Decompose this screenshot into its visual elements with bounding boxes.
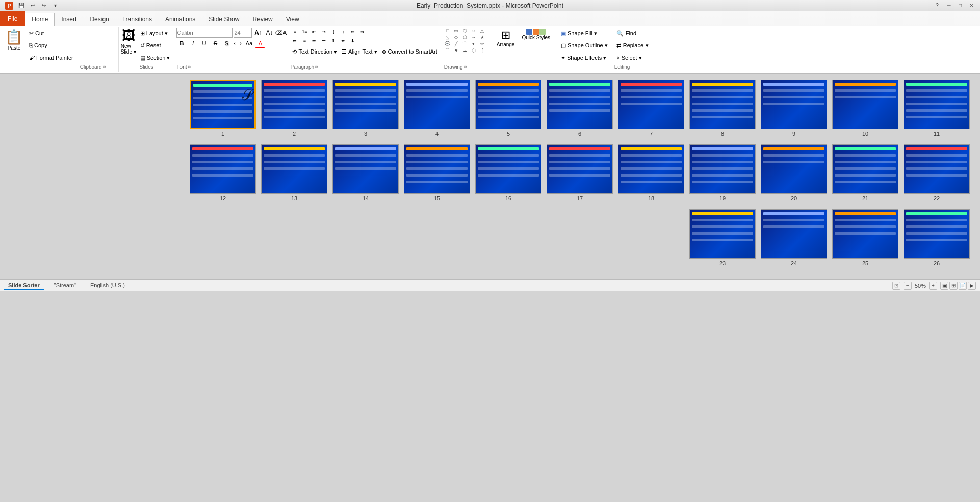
help-btn[interactable]: ? <box>932 1 942 11</box>
close-btn[interactable]: ✕ <box>967 2 976 10</box>
font-name-input[interactable] <box>176 28 233 38</box>
align-text-button[interactable]: ☰ Align Text ▾ <box>340 46 379 57</box>
slide-thumb-13[interactable] <box>261 144 327 194</box>
font-size-input[interactable] <box>234 28 252 38</box>
bold-button[interactable]: B <box>176 39 187 48</box>
underline-button[interactable]: U <box>199 39 209 48</box>
slide-thumb-17[interactable] <box>547 144 613 194</box>
slide-thumb-4[interactable] <box>404 80 470 129</box>
slide-thumb-8[interactable] <box>689 80 756 129</box>
slide-thumb-3[interactable] <box>332 80 399 129</box>
select-button[interactable]: ⌖ Select ▾ <box>614 52 651 63</box>
clipboard-expand-icon[interactable]: ⧉ <box>103 65 106 70</box>
text-direction-button[interactable]: ⟲ Text Direction ▾ <box>290 46 339 57</box>
slide-thumb-10[interactable] <box>832 80 898 129</box>
clear-formatting-button[interactable]: ⌫A <box>275 28 286 37</box>
increase-indent-button[interactable]: ⇥ <box>319 28 328 36</box>
tab-slideshow[interactable]: Slide Show <box>202 12 246 26</box>
shape-rect[interactable]: □ <box>444 28 451 34</box>
restore-btn[interactable]: □ <box>956 2 965 10</box>
slide-thumb-7[interactable] <box>618 80 684 129</box>
drawing-expand-icon[interactable]: ⧉ <box>464 65 467 70</box>
tab-home[interactable]: Home <box>25 13 55 26</box>
reading-view-btn[interactable]: 📄 <box>959 282 967 290</box>
slide-thumb-23[interactable] <box>689 209 756 259</box>
reset-button[interactable]: ↺ Reset <box>138 40 172 51</box>
slide-thumb-22[interactable] <box>904 144 970 194</box>
font-color-button[interactable]: A <box>255 39 265 48</box>
slide-sorter-tab[interactable]: Slide Sorter <box>4 281 44 290</box>
italic-button[interactable]: I <box>188 39 198 48</box>
slide-thumb-6[interactable] <box>547 80 613 129</box>
char-spacing-button[interactable]: ⟺ <box>233 39 243 48</box>
columns-button[interactable]: ⫿ <box>329 28 338 36</box>
shape-brace[interactable]: { <box>479 47 486 54</box>
minimize-btn[interactable]: ─ <box>944 2 953 10</box>
shape-freeform[interactable]: ✏ <box>479 41 486 47</box>
align-top-button[interactable]: ⬆ <box>329 37 338 45</box>
shape-callout[interactable]: 💬 <box>444 41 451 47</box>
slide-thumb-1[interactable]: 𝒮 <box>190 80 256 129</box>
align-center-button[interactable]: ≡ <box>300 37 309 45</box>
stream-tab[interactable]: "Stream" <box>50 281 80 290</box>
slide-thumb-16[interactable] <box>475 144 541 194</box>
slide-thumb-19[interactable] <box>689 144 756 194</box>
customize-qa-btn[interactable]: ▾ <box>50 1 60 11</box>
tab-design[interactable]: Design <box>83 12 115 26</box>
slide-thumb-5[interactable] <box>475 80 541 129</box>
bullets-button[interactable]: ≡ <box>290 28 299 36</box>
strikethrough-button[interactable]: S <box>210 39 220 48</box>
slide-thumb-25[interactable] <box>832 209 898 259</box>
slide-thumb-2[interactable] <box>261 80 327 129</box>
cut-button[interactable]: ✂ Cut <box>27 28 75 39</box>
align-left-button[interactable]: ⬅ <box>290 37 299 45</box>
shape-line[interactable]: ╱ <box>453 41 460 47</box>
slide-thumb-15[interactable] <box>404 144 470 194</box>
zoom-out-btn[interactable]: − <box>904 282 912 290</box>
shape-more[interactable]: ▾ <box>470 41 477 47</box>
shape-diamond[interactable]: ◇ <box>453 34 460 40</box>
tab-insert[interactable]: Insert <box>55 12 83 26</box>
justify-button[interactable]: ☰ <box>319 37 328 45</box>
slide-thumb-20[interactable] <box>761 144 827 194</box>
shape-cloud[interactable]: ☁ <box>461 47 469 54</box>
tab-review[interactable]: Review <box>246 12 279 26</box>
convert-smartart-button[interactable]: ⊛ Convert to SmartArt <box>380 46 440 57</box>
shape-rounded-rect[interactable]: ▭ <box>453 28 460 34</box>
slide-thumb-26[interactable] <box>904 209 970 259</box>
shape-star[interactable]: ★ <box>479 34 486 40</box>
slide-thumb-21[interactable] <box>832 144 898 194</box>
decrease-indent-button[interactable]: ⇤ <box>310 28 319 36</box>
normal-view-btn[interactable]: ▣ <box>940 282 948 290</box>
change-case-button[interactable]: Aa <box>244 39 254 48</box>
align-right-button[interactable]: ➡ <box>310 37 319 45</box>
shape-arrow[interactable]: → <box>470 34 477 40</box>
undo-qa-btn[interactable]: ↩ <box>28 1 38 11</box>
tab-view[interactable]: View <box>279 12 306 26</box>
slide-thumb-9[interactable] <box>761 80 827 129</box>
shape-arc[interactable]: ⌒ <box>444 47 451 54</box>
shape-pentagon[interactable]: ⬠ <box>461 34 469 40</box>
layout-button[interactable]: ⊞ Layout ▾ <box>138 28 172 39</box>
shape-effects-button[interactable]: ✦ Shape Effects ▾ <box>559 52 610 63</box>
arrange-button[interactable]: ⊞ Arrange <box>494 28 518 48</box>
shape-triangle[interactable]: △ <box>479 28 486 34</box>
format-painter-button[interactable]: 🖌 Format Painter <box>27 52 75 63</box>
slide-thumb-18[interactable] <box>618 144 684 194</box>
shape-snip-rect[interactable]: ⬡ <box>461 28 469 34</box>
quick-styles-button[interactable]: Quick Styles <box>520 28 552 41</box>
slide-thumb-24[interactable] <box>761 209 827 259</box>
slide-thumb-14[interactable] <box>332 144 399 194</box>
slide-thumb-11[interactable] <box>904 80 970 129</box>
save-qa-btn[interactable]: 💾 <box>16 1 27 11</box>
slideshow-btn[interactable]: ▶ <box>968 282 976 290</box>
shadow-button[interactable]: S <box>221 39 231 48</box>
numbering-button[interactable]: 1≡ <box>300 28 309 36</box>
slide-sorter-view-btn[interactable]: ⊞ <box>949 282 958 290</box>
redo-qa-btn[interactable]: ↪ <box>39 1 49 11</box>
paste-button[interactable]: 📋 Paste <box>2 28 26 71</box>
shape-rt-triangle[interactable]: ◺ <box>444 34 451 40</box>
align-bottom-button[interactable]: ⬇ <box>348 37 357 45</box>
section-button[interactable]: ▤ Section ▾ <box>138 52 172 63</box>
shape-outline-button[interactable]: ▢ Shape Outline ▾ <box>559 40 610 51</box>
